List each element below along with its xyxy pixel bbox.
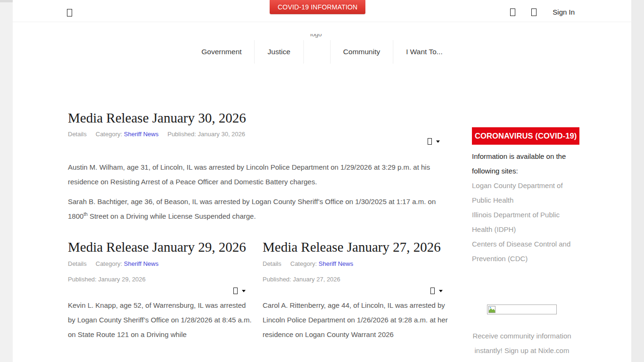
nav-item-community[interactable]: Community [330, 40, 393, 64]
category-label: Category: [96, 260, 122, 267]
published-label: Published: [167, 131, 196, 138]
category-label: Category: [290, 260, 317, 267]
article-meta: DetailsCategory: Sheriff News [68, 260, 254, 267]
category-link[interactable]: Sheriff News [124, 131, 158, 138]
ordinal-superscript: th [83, 212, 87, 217]
details-label: Details [263, 260, 281, 267]
published-date: January 27, 2026 [293, 276, 340, 283]
article-options-icon [430, 288, 435, 294]
page-edge-right [631, 0, 644, 362]
article-body: Carol A. Rittenberry, age 44, of Lincoln… [263, 298, 448, 342]
article-title: Media Release January 27, 2026 [263, 237, 448, 257]
category-link[interactable]: Sheriff News [124, 260, 158, 267]
article-options-button[interactable] [429, 287, 444, 295]
article-title: Media Release January 29, 2026 [68, 237, 254, 257]
chevron-down-icon [242, 290, 246, 292]
published-row: Published: January 27, 2026 [263, 276, 448, 283]
sidebar: CORONAVIRUS (COVID-19) Information is av… [472, 127, 572, 266]
broken-image-icon [488, 306, 495, 313]
site-logo[interactable]: logo [310, 34, 331, 38]
article-title: Media Release January 30, 2026 [68, 108, 246, 128]
user-placeholder-icon[interactable] [531, 8, 537, 16]
sidebar-link-cdc[interactable]: Centers of Disease Control and Preventio… [472, 237, 572, 266]
nav-item-i-want-to[interactable]: I Want To... [393, 40, 455, 64]
published-label: Published: [68, 276, 97, 283]
details-label: Details [68, 131, 87, 138]
chevron-down-icon [439, 290, 443, 292]
sidebar-link-logan-county-health[interactable]: Logan County Department of Public Health [472, 178, 572, 207]
nav-item-justice[interactable]: Justice [255, 40, 303, 64]
published-row: Published: January 29, 2026 [68, 276, 254, 283]
article-options-icon [428, 138, 432, 145]
sign-in-link[interactable]: Sign In [553, 8, 575, 16]
nixle-signup-text: Receive community information instantly!… [470, 329, 574, 362]
nav-item-government[interactable]: Government [189, 40, 254, 64]
site-logo-alt-text: logo [310, 34, 331, 38]
article-paragraph: Sarah B. Bachtiger, age 36, of Beason, I… [68, 194, 445, 223]
article-options-icon [233, 288, 238, 294]
coronavirus-badge: CORONAVIRUS (COVID-19) [472, 127, 579, 145]
search-placeholder-icon[interactable] [510, 8, 515, 16]
article-options-button[interactable] [427, 137, 441, 146]
top-bar: COVID-19 INFORMATION Sign In [13, 0, 631, 22]
sidebar-link-idph[interactable]: Illinois Department of Public Health (ID… [472, 207, 572, 237]
article-card: Media Release January 27, 2026 DetailsCa… [263, 237, 448, 342]
article-body: Kevin L. Knapp, age 52, of Warrensburg, … [68, 298, 254, 342]
article-options-button[interactable] [232, 287, 247, 295]
chevron-down-icon [436, 140, 440, 143]
main-nav: Government Justice Community I Want To..… [189, 40, 455, 64]
page: COVID-19 INFORMATION Sign In logo Govern… [0, 0, 644, 362]
article-paragraph: Austin M. Wilham, age 31, of Lincoln, IL… [68, 160, 445, 189]
article-body: Austin M. Wilham, age 31, of Lincoln, IL… [68, 160, 445, 229]
article-meta: DetailsCategory: Sheriff News [263, 260, 448, 267]
details-label: Details [68, 260, 87, 267]
placeholder-icon[interactable] [67, 9, 72, 16]
broken-image-placeholder [487, 304, 557, 314]
published-date: January 30, 2026 [198, 131, 245, 138]
published-label: Published: [263, 276, 291, 283]
published-date: January 29, 2026 [98, 276, 145, 283]
covid-info-button[interactable]: COVID-19 INFORMATION [270, 0, 365, 14]
topbar-right-group: Sign In [510, 8, 575, 16]
article-card: Media Release January 29, 2026 DetailsCa… [68, 237, 254, 342]
category-label: Category: [96, 131, 122, 138]
article-meta: DetailsCategory: Sheriff NewsPublished: … [68, 131, 245, 138]
category-link[interactable]: Sheriff News [319, 260, 353, 267]
sidebar-intro-text: Information is available on the followin… [472, 149, 572, 178]
nav-logo-gap [303, 40, 330, 64]
page-edge-left [0, 0, 13, 362]
